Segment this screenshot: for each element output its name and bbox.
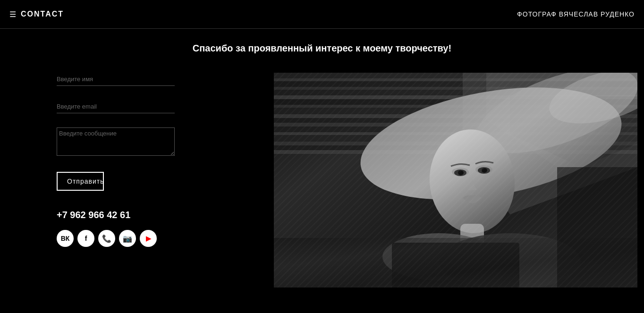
svg-point-33 xyxy=(382,233,496,280)
message-textarea[interactable] xyxy=(57,127,175,156)
svg-rect-10 xyxy=(274,114,637,118)
svg-point-25 xyxy=(425,126,519,237)
svg-marker-21 xyxy=(510,96,637,167)
main-content: Спасибо за проявленный интерес к моему т… xyxy=(0,29,644,302)
svg-point-34 xyxy=(439,233,581,288)
portrait-svg xyxy=(274,73,637,288)
svg-point-22 xyxy=(352,73,630,218)
svg-rect-9 xyxy=(274,108,637,114)
svg-point-31 xyxy=(482,168,487,173)
svg-point-27 xyxy=(475,165,492,174)
svg-rect-16 xyxy=(274,142,637,145)
svg-rect-35 xyxy=(392,243,519,288)
content-row: Отправить +7 962 966 42 61 ВК f 📞 📷 ▶ xyxy=(57,73,587,288)
svg-rect-17 xyxy=(274,145,637,150)
svg-rect-37 xyxy=(557,167,637,288)
svg-rect-7 xyxy=(274,99,637,105)
phone-icon[interactable]: 📞 xyxy=(98,230,115,247)
svg-point-28 xyxy=(454,169,466,176)
submit-button[interactable]: Отправить xyxy=(57,172,104,191)
phone-number: +7 962 966 42 61 xyxy=(57,210,246,220)
svg-rect-3 xyxy=(274,81,637,87)
svg-marker-20 xyxy=(486,73,637,167)
svg-point-23 xyxy=(466,73,637,170)
svg-rect-1 xyxy=(274,73,637,78)
portrait-image-section xyxy=(274,73,637,288)
svg-rect-18 xyxy=(274,150,637,154)
svg-rect-13 xyxy=(274,127,637,132)
svg-rect-4 xyxy=(274,87,637,90)
svg-rect-32 xyxy=(460,224,484,252)
svg-marker-19 xyxy=(463,73,637,214)
svg-point-24 xyxy=(543,73,637,134)
contact-form-section: Отправить +7 962 966 42 61 ВК f 📞 📷 ▶ xyxy=(57,73,246,247)
instagram-icon[interactable]: 📷 xyxy=(119,230,136,247)
header-title: CONTACT xyxy=(21,10,64,18)
svg-rect-12 xyxy=(274,123,637,127)
svg-rect-5 xyxy=(274,90,637,95)
svg-rect-15 xyxy=(274,135,637,142)
menu-icon[interactable]: ☰ xyxy=(9,10,16,19)
svg-rect-8 xyxy=(274,105,637,108)
svg-rect-11 xyxy=(274,118,637,123)
name-input[interactable] xyxy=(57,73,175,86)
portrait-canvas xyxy=(274,73,637,288)
header-left: ☰ CONTACT xyxy=(9,10,64,19)
header: ☰ CONTACT ФОТОГРАФ ВЯЧЕСЛАВ РУДЕНКО xyxy=(0,0,644,29)
message-field-wrapper xyxy=(57,127,246,158)
social-icons-row: ВК f 📞 📷 ▶ xyxy=(57,230,246,247)
svg-rect-6 xyxy=(274,95,637,99)
svg-rect-36 xyxy=(274,238,637,288)
youtube-icon[interactable]: ▶ xyxy=(140,230,157,247)
photographer-name: ФОТОГРАФ ВЯЧЕСЛАВ РУДЕНКО xyxy=(517,10,635,18)
svg-point-29 xyxy=(478,167,490,174)
vk-icon[interactable]: ВК xyxy=(57,230,74,247)
svg-rect-0 xyxy=(274,73,637,288)
page-heading: Спасибо за проявленный интерес к моему т… xyxy=(57,43,587,54)
svg-point-26 xyxy=(452,168,469,176)
email-field-wrapper xyxy=(57,100,246,113)
svg-rect-2 xyxy=(274,78,637,81)
svg-point-30 xyxy=(458,170,464,175)
facebook-icon[interactable]: f xyxy=(77,230,94,247)
name-field-wrapper xyxy=(57,73,246,86)
svg-rect-14 xyxy=(274,132,637,135)
email-input[interactable] xyxy=(57,100,175,113)
